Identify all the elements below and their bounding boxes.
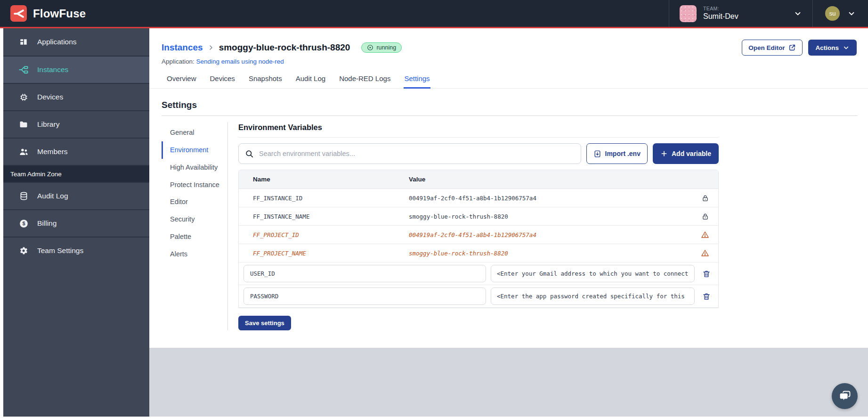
delete-variable-button[interactable] [701, 269, 712, 279]
chat-widget-button[interactable] [832, 383, 858, 409]
team-label: TEAM: [703, 6, 738, 12]
subnav-item-high-availability[interactable]: High Availability [162, 159, 227, 176]
sidebar-item-label: Devices [37, 93, 63, 101]
env-var-name: FF_INSTANCE_ID [239, 195, 409, 202]
env-var-value: smoggy-blue-rock-thrush-8820 [409, 250, 692, 257]
sidebar: Applications Instances D [3, 28, 149, 417]
tab-node-red-logs[interactable]: Node-RED Logs [339, 72, 391, 89]
page-footer [149, 348, 868, 417]
sidebar-item-label: Billing [37, 219, 57, 228]
chevron-right-icon [207, 44, 215, 51]
subnav-item-palette[interactable]: Palette [162, 228, 227, 246]
lock-icon [701, 213, 709, 221]
database-icon [18, 191, 29, 201]
sidebar-item-devices[interactable]: Devices [3, 83, 149, 110]
tab-audit-log[interactable]: Audit Log [295, 72, 326, 89]
team-avatar [680, 5, 697, 22]
tab-devices[interactable]: Devices [210, 72, 235, 89]
add-variable-label: Add variable [672, 150, 711, 157]
sidebar-item-applications[interactable]: Applications [3, 28, 149, 56]
external-link-icon [788, 44, 796, 51]
import-file-icon [593, 150, 601, 158]
search-icon [245, 149, 254, 158]
instance-name: smoggy-blue-rock-thrush-8820 [219, 42, 350, 53]
team-selector[interactable]: TEAM: Sumit-Dev [669, 0, 813, 27]
vertical-divider [227, 122, 228, 330]
env-var-name-input[interactable] [243, 287, 486, 305]
divider [162, 115, 858, 116]
sidebar-item-team-settings[interactable]: Team Settings [3, 237, 149, 264]
chat-icon [838, 390, 852, 403]
search-box [238, 143, 581, 164]
flowfuse-app: FlowFuse TEAM: Sumit-Dev su [0, 0, 868, 418]
tab-settings[interactable]: Settings [404, 72, 430, 89]
chevron-down-icon [794, 9, 802, 18]
chip-icon [18, 92, 29, 102]
add-variable-button[interactable]: Add variable [653, 143, 719, 164]
table-header: Name Value [239, 170, 718, 189]
application-link[interactable]: Sending emails using node-red [196, 58, 284, 65]
trash-icon [702, 292, 711, 301]
sidebar-item-instances[interactable]: Instances [3, 56, 149, 83]
subnav-item-security[interactable]: Security [162, 211, 227, 228]
topbar-spacer [149, 0, 669, 27]
status-badge: running [361, 42, 402, 53]
subnav-item-editor[interactable]: Editor [162, 193, 227, 211]
table-row-editable [239, 262, 718, 285]
env-var-name: FF_INSTANCE_NAME [239, 213, 409, 220]
table-row-deprecated: FF_PROJECT_NAME smoggy-blue-rock-thrush-… [239, 244, 718, 262]
instances-icon [18, 65, 29, 75]
env-var-value-input[interactable] [491, 265, 695, 282]
table-row: FF_INSTANCE_NAME smoggy-blue-rock-thrush… [239, 207, 718, 226]
search-input[interactable] [259, 150, 575, 157]
sidebar-item-billing[interactable]: $ Billing [3, 209, 149, 237]
sidebar-item-audit-log[interactable]: Audit Log [3, 182, 149, 209]
application-line: Application: Sending emails using node-r… [149, 58, 868, 65]
subnav-item-alerts[interactable]: Alerts [162, 246, 227, 263]
section-title: Environment Variables [238, 122, 719, 138]
breadcrumb-instances-link[interactable]: Instances [162, 42, 203, 53]
user-menu[interactable]: su [813, 0, 868, 27]
status-text: running [376, 44, 396, 51]
folder-icon [18, 119, 29, 130]
env-var-value: smoggy-blue-rock-thrush-8820 [409, 213, 692, 220]
actions-label: Actions [815, 44, 839, 51]
sidebar-item-members[interactable]: Members [3, 138, 149, 165]
top-navbar: FlowFuse TEAM: Sumit-Dev su [0, 0, 868, 28]
trash-icon [702, 270, 711, 278]
sidebar-item-library[interactable]: Library [3, 110, 149, 138]
sidebar-item-label: Library [37, 120, 59, 129]
chevron-down-icon [847, 9, 856, 18]
play-circle-icon [367, 44, 373, 51]
delete-variable-button[interactable] [701, 291, 712, 302]
env-var-value-input[interactable] [491, 287, 695, 305]
actions-button[interactable]: Actions [808, 40, 857, 56]
sidebar-item-label: Members [37, 148, 68, 156]
import-env-button[interactable]: Import .env [586, 143, 648, 164]
subnav-item-environment[interactable]: Environment [162, 141, 227, 159]
open-editor-button[interactable]: Open Editor [742, 40, 803, 56]
env-var-name-input[interactable] [243, 265, 486, 282]
open-editor-label: Open Editor [748, 44, 785, 51]
breadcrumb: Instances smoggy-blue-rock-thrush-8820 r… [149, 28, 868, 56]
instance-tabs: Overview Devices Snapshots Audit Log Nod… [149, 72, 868, 89]
subnav-item-protect-instance[interactable]: Protect Instance [162, 176, 227, 194]
chevron-down-icon [843, 44, 850, 51]
warning-icon [701, 230, 709, 239]
svg-text:$: $ [22, 221, 25, 226]
main-content: Instances smoggy-blue-rock-thrush-8820 r… [149, 28, 868, 348]
env-var-value: 004919af-2cf0-4f51-a8b4-1b12906757a4 [409, 195, 692, 202]
table-row-deprecated: FF_PROJECT_ID 004919af-2cf0-4f51-a8b4-1b… [239, 226, 718, 244]
env-var-name: FF_PROJECT_ID [239, 231, 409, 238]
lock-icon [701, 194, 709, 202]
column-header-value: Value [409, 176, 692, 183]
column-header-name: Name [239, 176, 409, 183]
env-var-value: 004919af-2cf0-4f51-a8b4-1b12906757a4 [409, 231, 692, 238]
tab-snapshots[interactable]: Snapshots [248, 72, 283, 89]
subnav-item-general[interactable]: General [162, 124, 227, 141]
sidebar-filler [3, 264, 149, 417]
brand-home-link[interactable]: FlowFuse [0, 0, 149, 27]
tab-overview[interactable]: Overview [166, 72, 197, 89]
plus-icon [660, 150, 668, 157]
save-settings-button[interactable]: Save settings [238, 316, 291, 330]
